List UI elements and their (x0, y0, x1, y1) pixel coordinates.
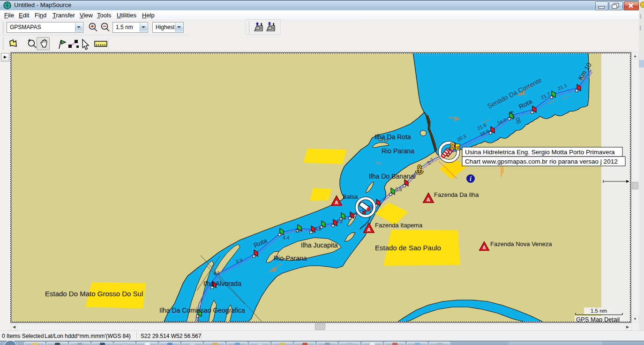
svg-text:4.2: 4.2 (336, 218, 343, 224)
svg-text:A: A (335, 200, 338, 205)
svg-text:A: A (482, 245, 486, 250)
svg-text:Balsa: Balsa (343, 193, 358, 200)
svg-text:Ilha Da Rota: Ilha Da Rota (374, 133, 411, 141)
svg-text:Fazenda Da Ilha: Fazenda Da Ilha (434, 191, 479, 198)
svg-text:i: i (470, 175, 472, 182)
svg-text:Rio-Parana: Rio-Parana (274, 255, 307, 262)
svg-text:A: A (367, 227, 371, 232)
svg-text:Fazenda Nova Veneza: Fazenda Nova Veneza (490, 240, 552, 248)
svg-text:Usina Hidreletrica Eng. Sergio: Usina Hidreletrica Eng. Sergio Motta Por… (465, 149, 615, 156)
svg-text:Estado de Sao Paulo: Estado de Sao Paulo (375, 244, 441, 252)
svg-text:3.4: 3.4 (296, 227, 303, 233)
svg-text:Fazenda Itapema: Fazenda Itapema (375, 222, 423, 229)
svg-text:Ilha Do Bananal: Ilha Do Bananal (369, 172, 416, 180)
svg-text:1.5 nm: 1.5 nm (591, 308, 607, 314)
svg-text:Estado Do Mato Grosso Do Sul: Estado Do Mato Grosso Do Sul (45, 290, 143, 298)
svg-text:Ilha Da Comissao Geografica: Ilha Da Comissao Geografica (159, 307, 245, 314)
svg-text:3.5: 3.5 (395, 187, 402, 192)
svg-text:Ilha Alvorada: Ilha Alvorada (203, 280, 241, 287)
svg-text:D: D (451, 143, 455, 149)
svg-text:4.4: 4.4 (283, 235, 290, 240)
svg-text:o: o (457, 144, 460, 150)
svg-text:Rio Parana: Rio Parana (382, 147, 414, 155)
svg-text:Ilha Jucapita: Ilha Jucapita (301, 241, 338, 249)
svg-text:4.8: 4.8 (315, 226, 322, 232)
svg-text:A: A (427, 197, 430, 202)
svg-text:Chart www.gpsmapas.com.br rio: Chart www.gpsmapas.com.br rio parana ver… (465, 158, 618, 165)
